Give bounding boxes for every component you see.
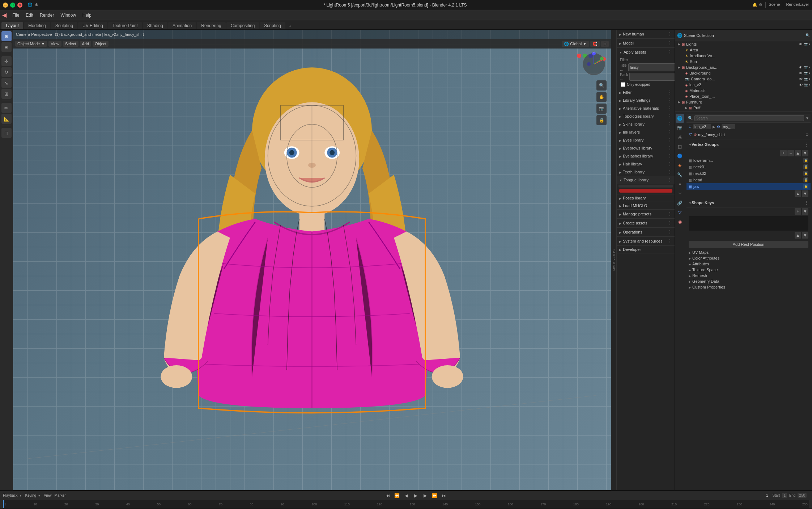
developer-header[interactable]: Developer	[617, 246, 675, 253]
object-mode-dropdown[interactable]: Object Mode ▼	[15, 41, 47, 47]
scene-area-row[interactable]: ☀ Area	[675, 47, 812, 53]
clothes-options[interactable]	[667, 177, 672, 183]
eyelashes-item[interactable]: Eyebrows library	[617, 144, 675, 152]
hair-item[interactable]: Eyelashes library	[617, 152, 675, 160]
create-assets-header[interactable]: Create assets	[617, 219, 675, 227]
vg-add-button[interactable]: +	[780, 150, 787, 156]
vg-nav-up[interactable]: ▲	[795, 190, 801, 197]
props-object-data-icon[interactable]: ▽	[676, 208, 684, 217]
props-physics-icon[interactable]: 〰	[676, 189, 684, 198]
vg-neck02[interactable]: ▦ neck02 🔒	[686, 170, 811, 177]
vg-head[interactable]: ▦ head 🔒	[686, 177, 811, 183]
lights-eye-icon[interactable]: 👁	[798, 42, 803, 46]
tongue-options[interactable]	[667, 169, 672, 175]
props-view-layer-icon[interactable]: ◱	[676, 142, 684, 151]
scene-background-row[interactable]: ◈ Background 👁 📷 ●	[675, 70, 812, 76]
props-particles-icon[interactable]: ✦	[676, 180, 684, 189]
menu-edit[interactable]: Edit	[23, 12, 36, 19]
jump-end-button[interactable]: ⏭	[441, 492, 447, 499]
props-search-expand[interactable]: ▼	[805, 116, 809, 120]
sk-options[interactable]	[804, 200, 808, 206]
prev-frame-button[interactable]: ◀	[403, 492, 410, 499]
tab-animation[interactable]: Animation	[168, 22, 196, 29]
props-world-icon[interactable]: 🔵	[676, 152, 684, 160]
scene-materials-row[interactable]: ◈ Materials	[675, 88, 812, 93]
maximize-button[interactable]: □	[10, 3, 15, 8]
navigation-gizmo[interactable]: X Y Z	[581, 51, 607, 77]
apply-assets-options[interactable]	[667, 49, 672, 55]
vg-down-button[interactable]: ▼	[802, 150, 808, 156]
close-button[interactable]: ✕	[17, 3, 22, 8]
load-mhclo-header[interactable]: Load MHCLO	[617, 202, 675, 209]
scene-lights-row[interactable]: ▶ ⊞ Lights 👁 📷 ●	[675, 41, 812, 47]
object-menu[interactable]: Object	[93, 41, 109, 47]
cam-cam-icon[interactable]: 📷	[804, 77, 808, 81]
view-dropdown[interactable]: View	[44, 493, 52, 497]
transform-tool[interactable]: ⊞	[1, 89, 12, 99]
library-settings-options[interactable]	[667, 89, 672, 95]
tab-sculpting[interactable]: Sculpting	[51, 22, 77, 29]
tab-uv-editing[interactable]: UV Editing	[78, 22, 107, 29]
background-render[interactable]: ●	[809, 71, 811, 75]
teeth-item[interactable]: Hair library	[617, 160, 675, 168]
bg-anim-eye[interactable]: 👁	[798, 66, 803, 70]
measure-tool[interactable]: 📐	[1, 114, 12, 124]
rotate-tool[interactable]: ↻	[1, 67, 12, 77]
scene-furniture-row[interactable]: ▶ ⊞ Furniture	[675, 99, 812, 105]
tab-modeling[interactable]: Modeling	[24, 22, 50, 29]
eyes-options[interactable]	[667, 129, 672, 135]
tab-rendering[interactable]: Rendering	[197, 22, 225, 29]
menu-help[interactable]: Help	[80, 12, 94, 19]
ink-layers-options[interactable]	[667, 121, 672, 127]
only-equipped-checkbox[interactable]	[621, 82, 625, 87]
tab-shading[interactable]: Shading	[143, 22, 167, 29]
background-eye[interactable]: 👁	[798, 71, 803, 75]
props-output-icon[interactable]: 🖨	[676, 133, 684, 142]
tab-layout[interactable]: Layout	[1, 22, 23, 29]
operations-options[interactable]	[667, 229, 672, 235]
scale-tool[interactable]: ⤡	[1, 78, 12, 88]
proportional-edit[interactable]: ⊙	[601, 41, 609, 47]
props-object-icon[interactable]: ◈	[676, 161, 684, 170]
scene-sun-row[interactable]: ☀ Sun	[675, 59, 812, 64]
tab-compositing[interactable]: Compositing	[226, 22, 259, 29]
menu-file[interactable]: File	[9, 12, 22, 19]
vg-neck01-lock[interactable]: 🔒	[803, 164, 808, 169]
new-human-header[interactable]: New human	[617, 30, 675, 38]
ink-layers-item[interactable]: Skins library	[617, 120, 675, 128]
props-scene-icon[interactable]: 🌐	[676, 114, 684, 123]
texture-space-row[interactable]: Texture Space	[686, 267, 811, 273]
background-camera[interactable]: 📷	[804, 71, 808, 75]
sk-nav-up[interactable]: ▲	[795, 232, 801, 239]
title-filter-input[interactable]	[628, 63, 675, 71]
shape-keys-list-area[interactable]	[689, 216, 808, 231]
vg-options[interactable]	[804, 142, 808, 147]
viewport-3d[interactable]: Camera Perspective (1) Background_and-me…	[13, 30, 611, 490]
apply-assets-header[interactable]: Apply assets	[617, 48, 675, 56]
new-human-options[interactable]	[667, 31, 672, 37]
marker-dropdown[interactable]: Marker	[55, 493, 66, 497]
play-button[interactable]: ▶	[413, 492, 419, 499]
next-keyframe-button[interactable]: ⏩	[431, 492, 438, 499]
lea-v2-camera[interactable]: 📷	[804, 83, 808, 87]
annotate-tool[interactable]: ✏	[1, 103, 12, 113]
add-menu[interactable]: Add	[80, 41, 92, 47]
scene-puff-row[interactable]: ▶ ⊞ Puff	[675, 105, 812, 111]
scene-place-toon-row[interactable]: ◈ Place_toon_...	[675, 93, 812, 99]
next-frame-button[interactable]: ▶	[422, 492, 429, 499]
skins-item[interactable]: Topologies library	[617, 112, 675, 120]
model-options[interactable]	[667, 40, 672, 46]
scene-camera-row[interactable]: 📷 Camera_do... 👁 📷 ●	[675, 76, 812, 82]
camera-eye[interactable]: 👁	[798, 77, 803, 81]
bg-anim-render[interactable]: ●	[809, 66, 811, 69]
add-workspace-button[interactable]: +	[286, 23, 294, 29]
add-rest-position-button[interactable]: Add Rest Position	[689, 241, 808, 248]
view-menu[interactable]: View	[48, 41, 61, 47]
operations-header[interactable]: Operations	[617, 228, 675, 236]
eyelashes-options[interactable]	[667, 145, 672, 151]
alt-materials-item[interactable]: Library Settings	[617, 96, 675, 104]
breadcrumb-2[interactable]: my_...	[722, 124, 735, 129]
vg-neck01[interactable]: ▦ neck01 🔒	[686, 164, 811, 170]
camera-render[interactable]: ●	[809, 77, 811, 81]
vertex-groups-header[interactable]: Vertex Groups	[686, 140, 811, 149]
